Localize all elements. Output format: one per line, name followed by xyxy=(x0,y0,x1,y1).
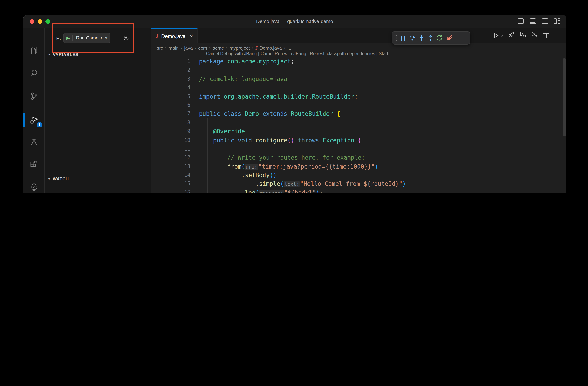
views-more-actions-icon[interactable]: ··· xyxy=(137,32,144,39)
annotation-highlight-box xyxy=(52,23,134,53)
breadcrumb-item[interactable]: src xyxy=(157,45,163,51)
breadcrumb-separator: › xyxy=(209,45,210,51)
code-line[interactable]: 1package com.acme.myproject; xyxy=(151,57,566,66)
breadcrumb-separator: › xyxy=(284,45,285,51)
tab-label: Demo.java xyxy=(161,33,186,39)
code-editor[interactable]: 1package com.acme.myproject;23// camel-k… xyxy=(151,57,566,193)
disconnect-icon[interactable] xyxy=(446,35,453,41)
java-file-icon: J xyxy=(255,45,258,51)
code-line[interactable]: 4 xyxy=(151,83,566,92)
java-file-icon: J xyxy=(156,33,159,39)
breadcrumb-separator: › xyxy=(226,45,228,51)
restart-icon[interactable] xyxy=(436,35,442,41)
source-control-icon[interactable] xyxy=(23,87,44,105)
code-line[interactable]: 13 from(uri:"timer:java?period={{time:10… xyxy=(151,162,566,171)
breadcrumb-item[interactable]: ... xyxy=(287,45,291,51)
code-line[interactable]: 14 .setBody() xyxy=(151,171,566,180)
editor-scrollbar[interactable] xyxy=(563,58,566,136)
debug-toolbar[interactable] xyxy=(392,31,470,44)
chevron-down-icon: ▼ xyxy=(48,53,51,56)
customize-layout-icon[interactable] xyxy=(554,18,560,24)
step-out-icon[interactable] xyxy=(428,35,433,41)
breadcrumb-item[interactable]: java xyxy=(184,45,193,51)
toggle-panel-icon[interactable] xyxy=(530,18,536,24)
codelens-actions: Camel Debug with JBang | Camel Run with … xyxy=(206,51,388,56)
camel-run-icon[interactable] xyxy=(520,32,526,40)
chevron-down-icon: ▼ xyxy=(48,177,51,180)
split-editor-icon[interactable] xyxy=(543,33,549,38)
close-tab-icon[interactable]: × xyxy=(190,33,193,39)
step-over-icon[interactable] xyxy=(409,35,416,41)
extensions-icon[interactable] xyxy=(23,156,44,173)
editor-actions: ··· xyxy=(493,28,566,43)
code-line[interactable]: 3// camel-k: language=java xyxy=(151,75,566,84)
indent-guide xyxy=(221,145,221,193)
code-line[interactable]: 2 xyxy=(151,66,566,75)
breadcrumb-item[interactable]: myproject xyxy=(230,45,250,51)
debug-badge: 1 xyxy=(37,122,42,128)
code-line[interactable]: 10 public void configure() throws Except… xyxy=(151,136,566,145)
codelens-link[interactable]: Camel Run with JBang xyxy=(260,51,306,56)
code-line[interactable]: 7public class Demo extends RouteBuilder … xyxy=(151,110,566,119)
indent-guide xyxy=(234,171,235,193)
breadcrumb-separator: › xyxy=(181,45,182,51)
camel-jbang-rocket-icon[interactable] xyxy=(508,32,514,40)
code-line[interactable]: 16 .log(message:"${body}"); xyxy=(151,189,566,193)
split-editor-icon[interactable] xyxy=(542,18,548,24)
drag-handle-icon[interactable] xyxy=(395,35,397,41)
code-line[interactable]: 5import org.apache.camel.builder.RouteBu… xyxy=(151,92,566,101)
codelens-link[interactable]: Refresh classpath dependencies xyxy=(310,51,375,56)
code-line[interactable]: 8 xyxy=(151,118,566,127)
editor-tab-bar: J Demo.java × ··· xyxy=(151,28,566,43)
breadcrumb-separator: › xyxy=(252,45,253,51)
explorer-icon[interactable] xyxy=(23,42,44,59)
watch-section-header[interactable]: ▼ WATCH xyxy=(44,175,151,183)
activity-bar: 1 1 xyxy=(23,28,44,193)
breadcrumb-item[interactable]: JDemo.java xyxy=(255,45,282,51)
breadcrumb-item[interactable]: main xyxy=(168,45,179,51)
tab-demo-java[interactable]: J Demo.java × xyxy=(151,28,198,43)
pause-icon[interactable] xyxy=(401,35,405,41)
code-line[interactable]: 11 xyxy=(151,145,566,153)
codelens-link[interactable]: Camel Debug with JBang xyxy=(206,51,257,56)
step-into-icon[interactable] xyxy=(419,35,424,41)
codelens-link[interactable]: Start xyxy=(379,51,388,56)
breadcrumb-separator: › xyxy=(165,45,167,51)
code-line[interactable]: 15 .simple(text:"Hello Camel from ${rout… xyxy=(151,180,566,189)
watch-label: WATCH xyxy=(53,176,69,181)
tree-test-explorer-icon[interactable] xyxy=(23,179,44,193)
search-icon[interactable] xyxy=(23,64,44,82)
breadcrumb-item[interactable]: acme xyxy=(212,45,224,51)
breadcrumb-item[interactable]: com xyxy=(198,45,207,51)
breadcrumb-separator: › xyxy=(195,45,196,51)
indent-guide xyxy=(207,119,208,193)
run-debug-icon[interactable]: 1 xyxy=(23,112,44,129)
toggle-sidebar-icon[interactable] xyxy=(518,18,524,24)
editor-more-actions-icon[interactable]: ··· xyxy=(554,33,560,39)
screenshot-canvas: Demo.java — quarkus-native-demo 1 1 xyxy=(0,0,588,193)
testing-icon[interactable] xyxy=(23,134,44,151)
code-line[interactable]: 12 // Write your routes here, for exampl… xyxy=(151,153,566,162)
camel-debug-icon[interactable] xyxy=(531,32,538,40)
divider xyxy=(44,174,151,174)
code-line[interactable]: 9 @Override xyxy=(151,127,566,136)
editor-area: J Demo.java × ··· src›main›java›com›acme… xyxy=(151,28,566,193)
code-line[interactable]: 6 xyxy=(151,101,566,110)
run-java-icon[interactable] xyxy=(493,33,503,38)
